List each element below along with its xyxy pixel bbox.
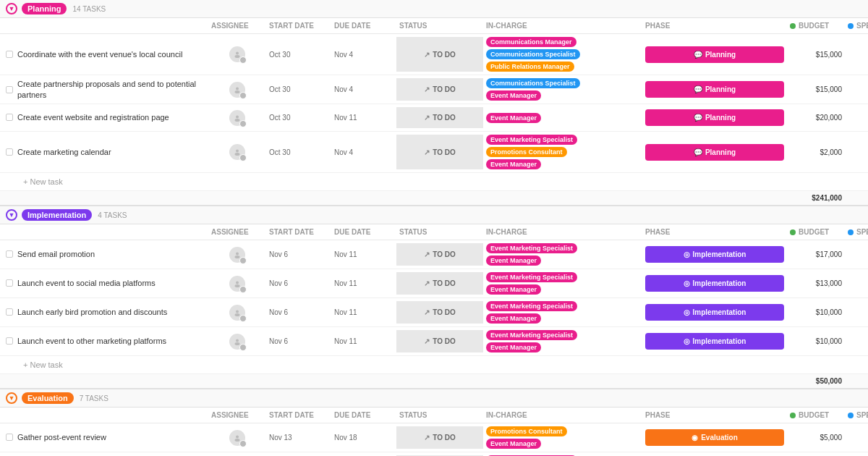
section-toggle-implementation[interactable]: ▼: [6, 209, 17, 221]
phase-badge: ◉ Evaluation: [645, 429, 784, 446]
budget-value: $20,000: [787, 114, 845, 122]
status-badge: ↗ TO DO: [424, 434, 455, 442]
task-checkbox[interactable]: [6, 434, 13, 441]
spend-value: $2,325: [845, 434, 868, 442]
status-arrow-icon: ↗: [424, 308, 430, 316]
status-arrow-icon: ↗: [424, 434, 430, 442]
status-badge: ↗ TO DO: [424, 148, 455, 156]
svg-point-5: [235, 119, 240, 122]
task-checkbox[interactable]: [6, 114, 13, 121]
spend-value: $15,924: [845, 114, 868, 122]
col-phase: PHASE: [642, 20, 787, 31]
task-checkbox[interactable]: [6, 337, 13, 345]
summary-budget: $241,000: [787, 194, 845, 202]
phase-label: Planning: [705, 148, 736, 156]
phase-icon: ◉: [692, 434, 698, 442]
status-arrow-icon: ↗: [424, 114, 430, 122]
col-assignee: ASSIGNEE: [208, 410, 266, 421]
status-badge: ↗ TO DO: [424, 337, 455, 345]
col-budget: BUDGET: [787, 20, 845, 31]
in-charge-cell: Event Marketing SpecialistPromotions Con…: [483, 135, 642, 169]
section-header-implementation[interactable]: ▼ Implementation 4 TASKS: [0, 206, 868, 224]
table-row[interactable]: Launch event to other marketing platform…: [0, 327, 868, 356]
svg-point-12: [236, 310, 239, 313]
assignee-cell: [208, 144, 266, 160]
status-badge: ↗ TO DO: [424, 114, 455, 122]
task-checkbox[interactable]: [6, 51, 13, 58]
assignee-cell: [208, 110, 266, 126]
phase-icon: 💬: [694, 114, 702, 122]
main-table[interactable]: ▼ Planning 14 TASKS ASSIGNEE START DATE …: [0, 0, 868, 456]
status-label: TO DO: [433, 114, 455, 122]
task-count-planning: 14 TASKS: [72, 5, 106, 13]
task-name-cell: Launch event to social media platforms: [6, 278, 208, 288]
svg-point-17: [235, 439, 240, 442]
table-row[interactable]: Coordinate with the event venue's local …: [0, 34, 868, 75]
phase-label: Implementation: [693, 279, 746, 287]
table-row[interactable]: Create event website and registration pa…: [0, 104, 868, 132]
start-date: Oct 30: [266, 85, 331, 93]
svg-point-3: [235, 90, 240, 93]
budget-value: $17,000: [787, 250, 845, 258]
section-toggle-evaluation[interactable]: ▼: [6, 392, 17, 404]
col-name: [6, 227, 208, 237]
task-checkbox[interactable]: [6, 86, 13, 93]
task-checkbox[interactable]: [6, 279, 13, 287]
task-name-cell: Send email promotion: [6, 249, 208, 259]
col-spend: SPEND: [845, 410, 868, 421]
status-arrow-icon: ↗: [424, 337, 430, 345]
task-checkbox[interactable]: [6, 250, 13, 258]
col-budget: BUDGET: [787, 227, 845, 237]
table-row[interactable]: Send email promotion Nov 6 Nov 11 ↗ TO D…: [0, 240, 868, 269]
svg-point-0: [236, 52, 239, 55]
charge-tag: Event Manager: [486, 284, 541, 295]
table-row[interactable]: Gather post-event review Nov 13 Nov 18 ↗…: [0, 423, 868, 452]
table-row[interactable]: Launch early bird promotion and discount…: [0, 298, 868, 327]
col-due: DUE DATE: [331, 410, 396, 421]
phase-badge: ◎ Implementation: [645, 275, 784, 292]
charge-tag: Event Manager: [486, 90, 541, 101]
task-name: Create marketing calendar: [17, 147, 111, 157]
task-checkbox[interactable]: [6, 148, 13, 156]
start-date: Oct 30: [266, 114, 331, 122]
section-badge-evaluation: Evaluation: [22, 392, 74, 404]
phase-icon: 💬: [694, 148, 702, 156]
add-task-implementation[interactable]: + New task: [0, 356, 868, 374]
task-checkbox[interactable]: [6, 308, 13, 316]
svg-point-11: [235, 284, 240, 287]
phase-badge: ◎ Implementation: [645, 304, 784, 321]
task-count-implementation: 4 TASKS: [98, 211, 127, 219]
in-charge-cell: Event Marketing SpecialistEvent Manager: [483, 243, 642, 266]
summary-row-implementation: $50,000 $44,096 $5,804: [0, 374, 868, 389]
section-toggle-planning[interactable]: ▼: [6, 3, 17, 14]
due-date: Nov 4: [331, 148, 396, 156]
col-headers-implementation: ASSIGNEE START DATE DUE DATE STATUS IN-C…: [0, 224, 868, 240]
table-row[interactable]: Launch event to social media platforms N…: [0, 269, 868, 298]
col-headers-evaluation: ASSIGNEE START DATE DUE DATE STATUS IN-C…: [0, 408, 868, 423]
task-name-cell: Launch event to other marketing platform…: [6, 336, 208, 346]
charge-tag: Event Manager: [486, 439, 541, 449]
col-name: [6, 410, 208, 421]
in-charge-cell: Event Marketing SpecialistEvent Manager: [483, 272, 642, 295]
table-row[interactable]: Create partnership proposals and send to…: [0, 75, 868, 104]
budget-value: $15,000: [787, 51, 845, 59]
section-header-planning[interactable]: ▼ Planning 14 TASKS: [0, 0, 868, 18]
task-name-cell: Create marketing calendar: [6, 147, 208, 157]
add-task-planning[interactable]: + New task: [0, 173, 868, 191]
charge-tag: Event Manager: [486, 256, 541, 266]
task-name: Launch event to other marketing platform…: [17, 336, 166, 346]
table-row[interactable]: Ask for feedback on social media Nov 13 …: [0, 452, 868, 456]
col-phase: PHASE: [642, 410, 787, 421]
section-badge-implementation: Implementation: [22, 209, 92, 221]
col-start: START DATE: [266, 20, 331, 31]
spend-dot-icon: [848, 229, 854, 235]
status-label: TO DO: [433, 337, 455, 345]
start-date: Oct 30: [266, 148, 331, 156]
charge-tag: Communications Manager: [486, 37, 576, 47]
status-label: TO DO: [433, 434, 455, 442]
col-incharge: IN-CHARGE: [483, 410, 642, 421]
section-header-evaluation[interactable]: ▼ Evaluation 7 TASKS: [0, 389, 868, 408]
charge-tag: Promotions Consultant: [486, 147, 567, 157]
budget-dot-icon: [790, 413, 796, 418]
table-row[interactable]: Create marketing calendar Oct 30 Nov 4 ↗…: [0, 132, 868, 173]
